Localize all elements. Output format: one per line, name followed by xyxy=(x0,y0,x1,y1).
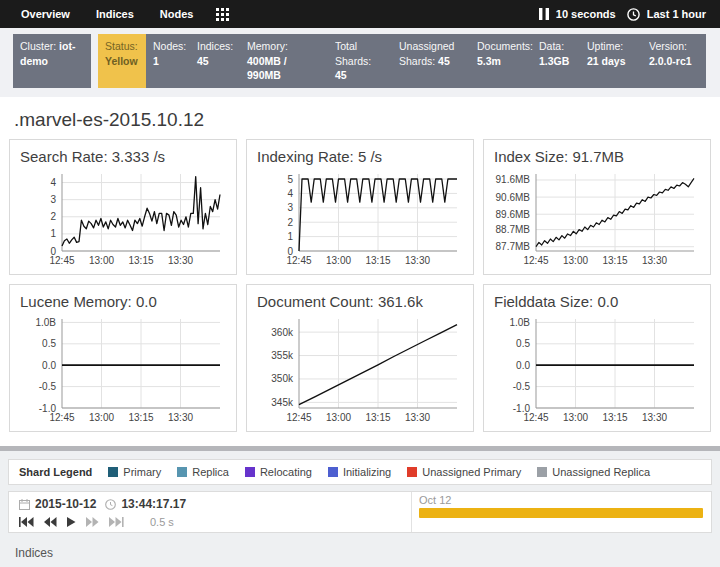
legend-swatch xyxy=(245,467,255,477)
clock-icon xyxy=(627,8,640,21)
svg-text:2: 2 xyxy=(50,211,56,222)
pause-button[interactable] xyxy=(539,8,549,20)
charts-grid: Search Rate: 3.333 /s0123412:4513:0013:1… xyxy=(0,139,720,432)
svg-text:90.6MB: 90.6MB xyxy=(496,192,531,203)
apps-grid-button[interactable] xyxy=(206,8,239,21)
page-title: .marvel-es-2015.10.12 xyxy=(0,97,720,139)
legend-items: PrimaryReplicaRelocatingInitializingUnas… xyxy=(108,466,650,478)
apps-grid-icon xyxy=(216,8,229,21)
nav-item-overview[interactable]: Overview xyxy=(8,8,83,20)
play-button[interactable] xyxy=(67,517,76,527)
fast-forward-button[interactable] xyxy=(86,517,99,527)
svg-text:13:15: 13:15 xyxy=(602,412,627,423)
svg-text:13:30: 13:30 xyxy=(168,255,193,266)
legend-swatch xyxy=(177,467,187,477)
legend-label: Unassigned Replica xyxy=(552,466,650,478)
legend-swatch xyxy=(328,467,338,477)
svg-text:1.0B: 1.0B xyxy=(35,317,56,328)
shard-legend-title: Shard Legend xyxy=(19,466,92,478)
cell-label: Status: xyxy=(105,40,138,52)
svg-text:1.0B: 1.0B xyxy=(509,317,530,328)
shard-legend: Shard Legend PrimaryReplicaRelocatingIni… xyxy=(8,459,712,485)
timeline-time[interactable]: 13:44:17.17 xyxy=(121,497,186,511)
nav-items: OverviewIndicesNodes xyxy=(8,8,206,20)
svg-text:13:15: 13:15 xyxy=(602,255,627,266)
timeline-panel: 2015-10-12 13:44:17.17 xyxy=(8,491,712,533)
svg-text:12:45: 12:45 xyxy=(523,255,548,266)
svg-text:89.6MB: 89.6MB xyxy=(496,209,531,220)
time-range-picker[interactable]: Last 1 hour xyxy=(647,8,706,20)
svg-text:13:15: 13:15 xyxy=(128,412,153,423)
svg-text:13:00: 13:00 xyxy=(89,412,114,423)
svg-text:13:00: 13:00 xyxy=(326,255,351,266)
skip-to-start-icon xyxy=(19,517,34,527)
svg-text:13:30: 13:30 xyxy=(405,255,430,266)
svg-text:12:45: 12:45 xyxy=(49,412,74,423)
svg-text:-0.5: -0.5 xyxy=(39,381,57,392)
cell-label: Data: xyxy=(539,40,564,52)
svg-text:13:30: 13:30 xyxy=(642,412,667,423)
cluster-status-bar: Cluster: iot-demoStatus: YellowNodes: 1I… xyxy=(0,28,720,97)
playback-speed: 0.5 s xyxy=(150,516,174,528)
svg-text:1: 1 xyxy=(287,231,293,242)
svg-text:4: 4 xyxy=(287,188,293,199)
cell-value: 400MB / 990MB xyxy=(247,55,287,82)
chart-title: Search Rate: 3.333 /s xyxy=(20,148,228,165)
nav-item-indices[interactable]: Indices xyxy=(83,8,147,20)
svg-text:5: 5 xyxy=(287,174,293,185)
svg-text:13:00: 13:00 xyxy=(326,412,351,423)
chart-panel: Index Size: 91.7MB87.7MB88.7MB89.6MB90.6… xyxy=(483,139,711,275)
svg-text:12:45: 12:45 xyxy=(286,412,311,423)
svg-text:3: 3 xyxy=(50,194,56,205)
skip-to-end-button[interactable] xyxy=(109,517,124,527)
svg-text:3: 3 xyxy=(287,202,293,213)
cell-label: Version: xyxy=(649,40,687,52)
chart-title: Fielddata Size: 0.0 xyxy=(494,293,702,310)
svg-text:360k: 360k xyxy=(271,327,294,338)
svg-text:13:15: 13:15 xyxy=(128,255,153,266)
cell-value: 45 xyxy=(335,69,347,81)
legend-item-replica: Replica xyxy=(177,466,229,478)
skip-to-end-icon xyxy=(109,517,124,527)
legend-item-relocating: Relocating xyxy=(245,466,312,478)
svg-text:0.0: 0.0 xyxy=(42,360,56,371)
svg-text:87.7MB: 87.7MB xyxy=(496,241,531,252)
svg-text:13:30: 13:30 xyxy=(168,412,193,423)
skip-to-start-button[interactable] xyxy=(19,517,34,527)
calendar-icon xyxy=(19,499,30,510)
fast-forward-icon xyxy=(86,517,99,527)
cell-label: Uptime: xyxy=(587,40,623,52)
svg-text:13:30: 13:30 xyxy=(642,255,667,266)
chart-panel: Lucene Memory: 0.01.0B0.50.0-0.5-1.012:4… xyxy=(9,284,237,432)
timeline-range-bar[interactable] xyxy=(419,508,703,518)
refresh-interval[interactable]: 10 seconds xyxy=(556,8,616,20)
svg-text:350k: 350k xyxy=(271,374,294,385)
chart-plot: 345k350k355k360k12:4513:0013:1513:30 xyxy=(255,313,463,425)
svg-text:-0.5: -0.5 xyxy=(513,381,531,392)
cell-label: Documents: xyxy=(477,40,533,52)
nav-item-nodes[interactable]: Nodes xyxy=(147,8,207,20)
chart-title: Lucene Memory: 0.0 xyxy=(20,293,228,310)
cell-label: Indices: xyxy=(197,40,233,52)
svg-text:12:45: 12:45 xyxy=(49,255,74,266)
legend-item-initializing: Initializing xyxy=(328,466,391,478)
step-back-button[interactable] xyxy=(44,517,57,527)
timeline-date[interactable]: 2015-10-12 xyxy=(35,497,96,511)
pause-icon xyxy=(539,8,549,20)
legend-swatch xyxy=(108,467,118,477)
svg-text:12:45: 12:45 xyxy=(523,412,548,423)
cluster-cell-data: Data: 1.3GB xyxy=(532,34,580,88)
cluster-cell-documents: Documents: 5.3m xyxy=(470,34,532,88)
legend-label: Relocating xyxy=(260,466,312,478)
chart-plot: 01234512:4513:0013:1513:30 xyxy=(255,168,463,268)
cluster-cell-cluster: Cluster: iot-demo xyxy=(13,34,91,88)
cell-value: 2.0.0-rc1 xyxy=(649,55,692,67)
cluster-cell-total-shards: Total Shards: 45 xyxy=(328,34,392,88)
chart-title: Indexing Rate: 5 /s xyxy=(257,148,465,165)
indices-section: Indices 0 Headlok ★ 0 xyxy=(8,542,712,567)
play-icon xyxy=(67,517,76,527)
svg-text:13:30: 13:30 xyxy=(405,412,430,423)
cell-label: Total Shards: xyxy=(335,40,371,67)
legend-swatch xyxy=(537,467,547,477)
legend-label: Replica xyxy=(192,466,229,478)
